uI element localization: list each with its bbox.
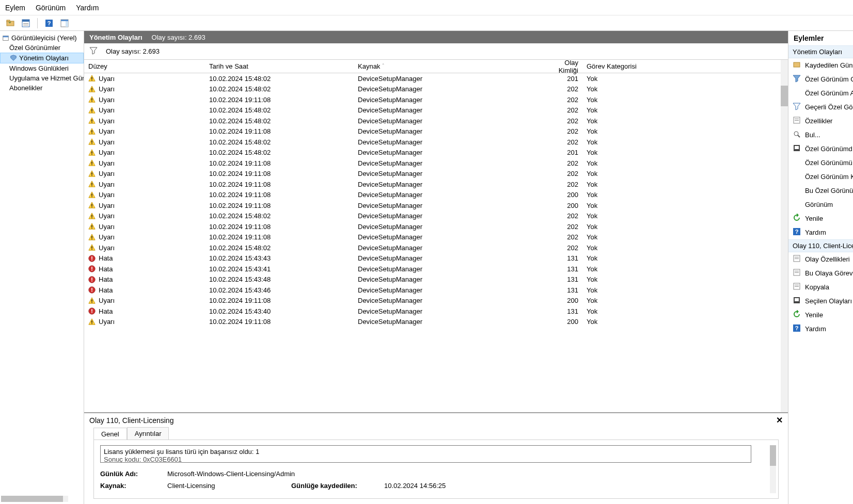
table-row[interactable]: Uyarı10.02.2024 19:11:08DeviceSetupManag… [84, 190, 788, 201]
toolbar-pane-icon[interactable] [58, 17, 71, 29]
col-event-id[interactable]: Olay Kimliği [541, 60, 582, 73]
table-row[interactable]: Hata10.02.2024 15:43:48DeviceSetupManage… [84, 274, 788, 285]
tree-item-windows-logs[interactable]: Windows Günlükleri [0, 63, 84, 73]
action-icon [793, 88, 801, 98]
table-row[interactable]: Uyarı10.02.2024 15:48:02DeviceSetupManag… [84, 211, 788, 222]
svg-rect-26 [91, 143, 92, 144]
table-row[interactable]: Hata10.02.2024 15:43:40DeviceSetupManage… [84, 306, 788, 317]
action-item[interactable]: Olay Özellikleri [788, 252, 853, 266]
warning-icon [88, 244, 96, 251]
action-item[interactable]: Özel Görünüm A [788, 86, 853, 100]
table-row[interactable]: Hata10.02.2024 15:43:41DeviceSetupManage… [84, 264, 788, 274]
details-vertical-scrollbar[interactable] [770, 445, 776, 493]
tab-details[interactable]: Ayrıntılar [127, 427, 169, 440]
date-text: 10.02.2024 15:43:48 [205, 275, 354, 283]
table-row[interactable]: Uyarı10.02.2024 19:11:08DeviceSetupManag… [84, 296, 788, 306]
tree-root[interactable]: Görüntüleyicisi (Yerel) [0, 33, 84, 43]
toolbar-open-icon[interactable] [4, 17, 17, 29]
error-icon [88, 286, 96, 294]
action-label: Olay Özellikleri [805, 255, 850, 263]
source-text: DeviceSetupManager [354, 117, 541, 125]
table-vertical-scrollbar[interactable] [781, 60, 788, 412]
svg-rect-10 [66, 21, 68, 27]
table-row[interactable]: Hata10.02.2024 15:43:43DeviceSetupManage… [84, 253, 788, 264]
svg-rect-77 [795, 257, 799, 257]
tree-item-app-service-logs[interactable]: Uygulama ve Hizmet Günlükl [0, 73, 84, 83]
table-row[interactable]: Uyarı10.02.2024 19:11:08DeviceSetupManag… [84, 221, 788, 232]
action-item[interactable]: Bu Olaya Görev [788, 266, 853, 280]
action-item[interactable]: Görünüm [788, 198, 853, 212]
svg-line-71 [798, 135, 800, 137]
action-item[interactable]: Kopyala [788, 280, 853, 294]
action-item[interactable]: Özel Görünüm K [788, 170, 853, 184]
date-text: 10.02.2024 15:48:02 [205, 75, 354, 83]
tree-item-admin-events[interactable]: Yönetim Olayları [0, 53, 84, 63]
date-text: 10.02.2024 19:11:08 [205, 159, 354, 167]
action-item[interactable]: Kaydedilen Gün [788, 58, 853, 72]
funnel-icon[interactable] [89, 46, 98, 56]
action-icon [793, 116, 801, 126]
action-label: Özel Görünüm O [805, 75, 853, 83]
action-item[interactable]: Özel Görünümü [788, 156, 853, 170]
svg-text:?: ? [795, 325, 799, 331]
col-source[interactable]: Kaynak [354, 60, 541, 73]
date-text: 10.02.2024 15:43:46 [205, 286, 354, 294]
tree-item-custom-views[interactable]: Özel Görünümler [0, 43, 84, 53]
tree-horizontal-scrollbar[interactable] [1, 496, 68, 502]
action-item[interactable]: Yenile [788, 212, 853, 225]
action-item[interactable]: Bul... [788, 128, 853, 142]
menu-view[interactable]: Görünüm [36, 4, 66, 12]
menu-action[interactable]: Eylem [5, 4, 25, 12]
action-label: Özellikler [805, 117, 832, 125]
action-item[interactable]: ?Yardım [788, 322, 853, 336]
table-row[interactable]: Uyarı10.02.2024 19:11:08DeviceSetupManag… [84, 317, 788, 328]
date-text: 10.02.2024 15:48:02 [205, 138, 354, 146]
table-row[interactable]: Uyarı10.02.2024 19:11:08DeviceSetupManag… [84, 232, 788, 243]
action-item[interactable]: Geçerli Özel Gör [788, 100, 853, 114]
svg-rect-21 [91, 120, 92, 122]
action-label: Özel Görünümd [805, 145, 852, 153]
table-row[interactable]: Uyarı10.02.2024 19:11:08DeviceSetupManag… [84, 94, 788, 105]
toolbar-properties-icon[interactable] [20, 17, 32, 29]
source-text: DeviceSetupManager [354, 286, 541, 294]
table-row[interactable]: Uyarı10.02.2024 15:48:02DeviceSetupManag… [84, 116, 788, 126]
toolbar: ? [0, 15, 853, 31]
action-item[interactable]: ?Yardım [788, 225, 853, 239]
col-level[interactable]: Düzey [84, 60, 205, 73]
level-text: Hata [99, 307, 113, 315]
table-row[interactable]: Uyarı10.02.2024 15:48:02DeviceSetupManag… [84, 148, 788, 158]
table-row[interactable]: Uyarı10.02.2024 19:11:08DeviceSetupManag… [84, 179, 788, 190]
action-item[interactable]: Özel Görünümd [788, 142, 853, 156]
action-item[interactable]: Bu Özel Görünü [788, 184, 853, 198]
tree-item-subscriptions[interactable]: Abonelikler [0, 83, 84, 93]
col-date[interactable]: Tarih ve Saat [205, 60, 354, 73]
tab-general[interactable]: Genel [93, 428, 127, 440]
action-item[interactable]: Özellikler [788, 114, 853, 128]
warning-icon [88, 117, 96, 124]
table-row[interactable]: Uyarı10.02.2024 19:11:08DeviceSetupManag… [84, 126, 788, 137]
source-text: DeviceSetupManager [354, 96, 541, 104]
svg-rect-34 [91, 186, 92, 186]
action-item[interactable]: Özel Görünüm O [788, 72, 853, 86]
date-text: 10.02.2024 15:48:02 [205, 117, 354, 125]
table-row[interactable]: Uyarı10.02.2024 15:48:02DeviceSetupManag… [84, 242, 788, 253]
level-text: Hata [99, 254, 113, 262]
action-label: Yenile [805, 215, 823, 222]
svg-rect-12 [3, 36, 9, 37]
table-row[interactable]: Uyarı10.02.2024 15:48:02DeviceSetupManag… [84, 84, 788, 95]
svg-rect-78 [795, 258, 799, 259]
table-row[interactable]: Uyarı10.02.2024 15:48:02DeviceSetupManag… [84, 137, 788, 148]
table-row[interactable]: Uyarı10.02.2024 15:48:02DeviceSetupManag… [84, 73, 788, 84]
close-icon[interactable]: ✕ [776, 415, 783, 425]
toolbar-help-icon[interactable]: ? [43, 17, 55, 29]
table-row[interactable]: Hata10.02.2024 15:43:46DeviceSetupManage… [84, 285, 788, 296]
table-row[interactable]: Uyarı10.02.2024 19:11:08DeviceSetupManag… [84, 158, 788, 169]
col-category[interactable]: Görev Kategorisi [582, 60, 644, 73]
action-item[interactable]: Yenile [788, 308, 853, 322]
table-row[interactable]: Uyarı10.02.2024 15:48:02DeviceSetupManag… [84, 105, 788, 116]
menu-help[interactable]: Yardım [76, 4, 99, 12]
table-row[interactable]: Uyarı10.02.2024 19:11:08DeviceSetupManag… [84, 169, 788, 180]
table-row[interactable]: Uyarı10.02.2024 19:11:08DeviceSetupManag… [84, 200, 788, 211]
action-item[interactable]: Seçilen Olayları [788, 294, 853, 308]
action-label: Bu Olaya Görev [805, 269, 853, 277]
